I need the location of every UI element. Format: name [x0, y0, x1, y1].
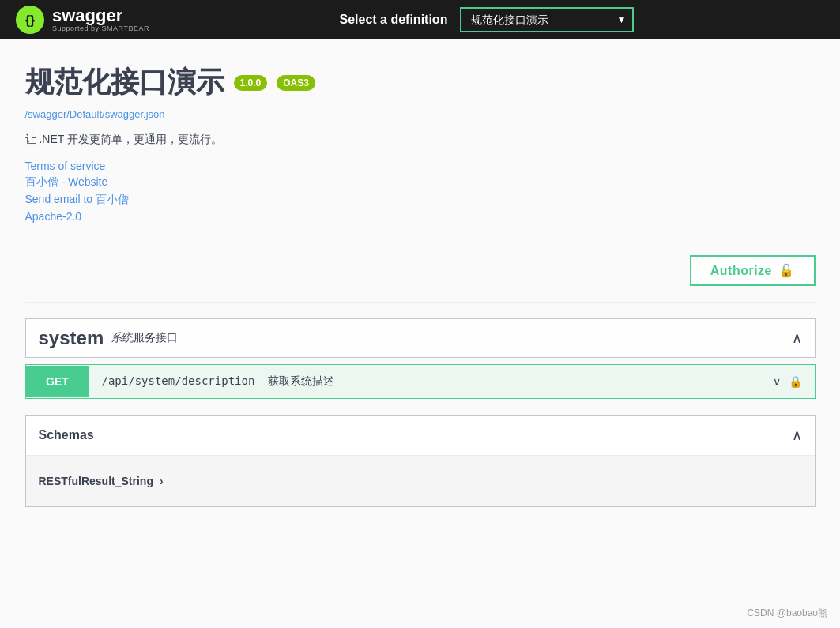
license-text: Apache-2.0	[25, 210, 816, 223]
app-header: {} swagger Supported by SMARTBEAR Select…	[0, 0, 840, 39]
section-name: system	[39, 327, 104, 349]
oas3-badge: OAS3	[277, 75, 315, 91]
method-badge-get: GET	[26, 366, 89, 397]
endpoint-row[interactable]: GET /api/system/description 获取系统描述 ∨ 🔒	[25, 364, 816, 399]
section-desc: 系统服务接口	[111, 331, 178, 345]
schemas-body: RESTfulResult_String ›	[26, 456, 815, 506]
swagger-subtitle-text: Supported by SMARTBEAR	[52, 24, 149, 32]
schema-item[interactable]: RESTfulResult_String ›	[39, 468, 802, 494]
website-link[interactable]: 百小僧 - Website	[25, 175, 816, 190]
endpoint-lock-icon: 🔒	[789, 375, 802, 388]
logo-area: {} swagger Supported by SMARTBEAR	[16, 6, 149, 34]
system-section-header[interactable]: system 系统服务接口 ∧	[25, 318, 816, 358]
select-definition-label: Select a definition	[339, 13, 447, 27]
logo-text: swagger Supported by SMARTBEAR	[52, 7, 149, 32]
endpoint-path-text: /api/system/description	[102, 374, 255, 387]
schema-item-name: RESTfulResult_String	[39, 475, 153, 487]
schemas-section: Schemas ∧ RESTfulResult_String ›	[25, 415, 816, 507]
api-description: 让 .NET 开发更简单，更通用，更流行。	[25, 133, 816, 147]
authorize-button-label: Authorize	[710, 264, 772, 278]
definition-select[interactable]: 规范化接口演示	[460, 7, 634, 32]
schemas-collapse-icon: ∧	[792, 427, 802, 444]
authorize-button[interactable]: Authorize 🔓	[690, 255, 816, 286]
version-badge: 1.0.0	[234, 75, 268, 91]
endpoint-collapse-chevron-icon: ∨	[773, 375, 781, 388]
section-collapse-icon: ∧	[792, 329, 802, 347]
authorize-section: Authorize 🔓	[25, 239, 816, 303]
api-info-section: 规范化接口演示 1.0.0 OAS3 /swagger/Default/swag…	[25, 63, 816, 239]
endpoint-desc: 获取系统描述	[268, 374, 334, 387]
svg-text:{}: {}	[25, 13, 35, 27]
section-title-row: system 系统服务接口	[39, 327, 179, 349]
definition-select-wrapper: 规范化接口演示 ▼	[460, 7, 634, 32]
swagger-title-text: swagger	[52, 7, 149, 24]
header-center: Select a definition 规范化接口演示 ▼	[149, 7, 824, 32]
schemas-header[interactable]: Schemas ∧	[26, 416, 815, 456]
schemas-title: Schemas	[39, 428, 94, 442]
api-title-row: 规范化接口演示 1.0.0 OAS3	[25, 63, 816, 102]
schema-expand-chevron-icon: ›	[160, 475, 164, 487]
terms-of-service-link[interactable]: Terms of service	[25, 160, 816, 172]
lock-icon: 🔓	[778, 263, 795, 278]
swagger-logo-icon: {}	[16, 6, 44, 34]
api-title: 规范化接口演示	[25, 63, 224, 102]
endpoint-actions: ∨ 🔒	[760, 375, 815, 388]
endpoint-path: /api/system/description 获取系统描述	[89, 365, 760, 398]
email-link[interactable]: Send email to 百小僧	[25, 193, 816, 207]
info-links: Terms of service 百小僧 - Website Send emai…	[25, 160, 816, 223]
api-url-link[interactable]: /swagger/Default/swagger.json	[25, 108, 816, 120]
main-content: 规范化接口演示 1.0.0 OAS3 /swagger/Default/swag…	[9, 39, 831, 523]
system-section-group: system 系统服务接口 ∧ GET /api/system/descript…	[25, 318, 816, 399]
